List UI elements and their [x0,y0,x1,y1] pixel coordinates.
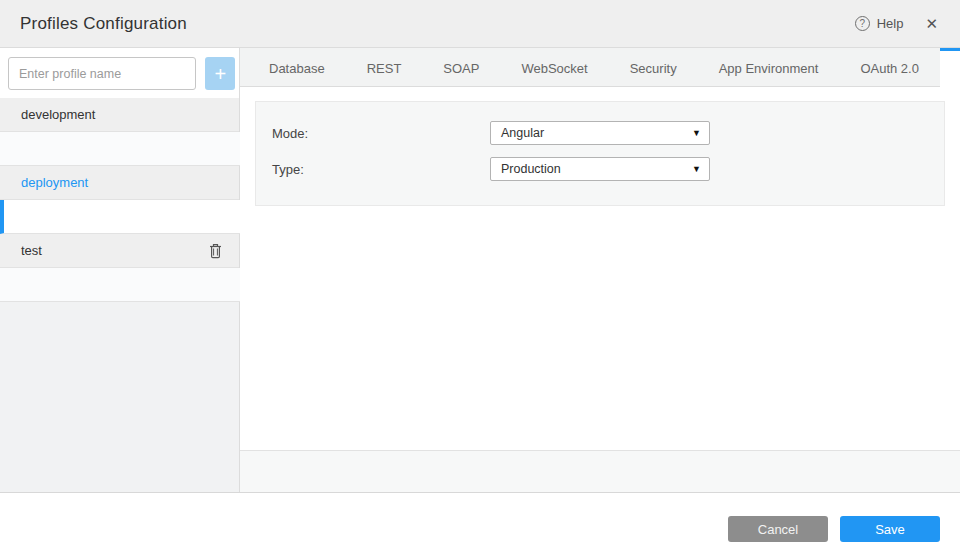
page-title: Profiles Configuration [20,14,187,34]
dialog-header: Profiles Configuration ? Help ✕ [0,0,960,48]
help-label: Help [877,16,904,31]
tab-soap[interactable]: SOAP [422,48,500,86]
add-profile-button[interactable]: + [205,57,235,90]
tab-content: Mode: Angular ▼ Type: Production ▼ [240,87,960,450]
profile-name-input[interactable] [8,57,196,90]
profile-group-label: test [21,243,42,258]
tab-security[interactable]: Security [609,48,698,86]
header-actions: ? Help ✕ [855,16,938,31]
tab-app-environment[interactable]: App Environment [698,48,840,86]
help-button[interactable]: ? Help [855,16,904,31]
profile-group-test[interactable]: test [0,234,239,268]
save-button[interactable]: Save [840,516,940,542]
dialog-footer: Cancel Save [0,493,960,560]
tab-websocket[interactable]: WebSocket [500,48,608,86]
tab-database[interactable]: Database [248,48,346,86]
dialog-body: + development es1232 (app) deployment es… [0,48,960,493]
profiles-configuration-dialog: Profiles Configuration ? Help ✕ + develo… [0,0,960,560]
close-icon[interactable]: ✕ [925,16,938,31]
tab-oauth-2-0[interactable]: OAuth 2.0 [839,48,940,86]
chevron-down-icon: ▼ [692,164,701,174]
profile-list: development es1232 (app) deployment es12… [0,98,239,302]
delete-profile-icon[interactable] [209,243,222,259]
profile-group-development[interactable]: development [0,98,239,132]
profile-create-bar: + [0,48,239,98]
type-label: Type: [272,162,490,177]
main-area: Database REST SOAP WebSocket Security Ap… [240,48,960,492]
bottom-strip [240,450,960,492]
cancel-button[interactable]: Cancel [728,516,828,542]
type-select-value: Production [501,162,561,176]
mode-label: Mode: [272,126,490,141]
profile-group-label: development [21,107,95,122]
mode-select-value: Angular [501,126,544,140]
type-field-row: Type: Production ▼ [272,157,928,181]
profiles-sidebar: + development es1232 (app) deployment es… [0,48,240,492]
tab-build-options[interactable]: Build Options [940,48,960,87]
profile-group-deployment[interactable]: deployment [0,166,239,200]
tab-bar: Database REST SOAP WebSocket Security Ap… [240,48,960,87]
help-icon: ? [855,16,870,31]
chevron-down-icon: ▼ [692,128,701,138]
build-options-panel: Mode: Angular ▼ Type: Production ▼ [255,101,945,206]
profile-group-label: deployment [21,175,88,190]
type-select[interactable]: Production ▼ [490,157,710,181]
mode-select[interactable]: Angular ▼ [490,121,710,145]
mode-field-row: Mode: Angular ▼ [272,121,928,145]
plus-icon: + [214,64,226,84]
tab-rest[interactable]: REST [346,48,423,86]
